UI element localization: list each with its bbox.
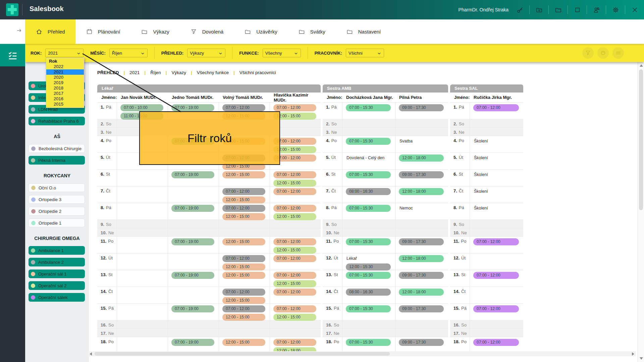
sidebar-item-operační-sál-2[interactable]: Operační sál 2: [29, 281, 85, 290]
shift-badge[interactable]: 12:00 - 15:00: [273, 213, 316, 220]
shift-badge[interactable]: 07:00 - 19:00: [171, 205, 214, 212]
shift-badge[interactable]: 07:00 - 12:00: [473, 272, 519, 279]
sidebar-item-ambulance-2[interactable]: Ambulance 2: [29, 258, 85, 266]
shift-badge[interactable]: 07:00 - 12:00: [273, 188, 316, 195]
tab-nastavení[interactable]: Nastavení: [336, 19, 391, 44]
shift-badge[interactable]: 12:00 - 15:30: [346, 263, 391, 270]
shift-badge[interactable]: 07:00 - 15:30: [346, 238, 391, 245]
shift-badge[interactable]: 09:00 - 17:30: [399, 171, 444, 178]
tab-svátky[interactable]: Svátky: [288, 19, 336, 44]
shift-badge[interactable]: 07:00 - 12:00: [273, 255, 316, 262]
dropdown-option-2019[interactable]: 2019: [46, 80, 84, 85]
sidebar-item-operační-sálek[interactable]: Operační sálek: [29, 293, 85, 302]
shift-badge[interactable]: 09:00 - 17:30: [399, 339, 444, 346]
shift-badge[interactable]: 07:00 - 19:00: [171, 238, 214, 245]
sidebar-item-ortopedie-1[interactable]: Ortopedie 1: [29, 219, 85, 227]
scroll-right-arrow-icon[interactable]: [632, 352, 634, 356]
topbar-button-folder-n[interactable]: N: [535, 6, 543, 14]
shift-badge[interactable]: 07:00 - 12:00: [222, 104, 265, 111]
dropdown-option-2022[interactable]: 2022: [46, 64, 84, 69]
shift-badge[interactable]: 07:00 - 12:00: [273, 272, 316, 279]
scroll-up-arrow-icon[interactable]: [640, 64, 643, 67]
shift-badge[interactable]: 07:00 - 15:30: [346, 171, 391, 178]
dropdown-option-2015[interactable]: 2015: [46, 102, 84, 107]
shift-badge[interactable]: 12:00 - 18:00: [399, 188, 444, 195]
shift-badge[interactable]: 07:00 - 19:00: [171, 339, 214, 346]
shift-badge[interactable]: 07:00 - 12:00: [473, 104, 519, 111]
shift-badge[interactable]: 08:00 - 16:30: [346, 289, 391, 296]
tab-dovolená[interactable]: Dovolená: [180, 19, 234, 44]
shift-badge[interactable]: 12:00 - 18:00: [399, 255, 444, 262]
sidebar-item-operační-sál-1[interactable]: Operační sál 1: [29, 269, 85, 278]
sidebar-item-pěkná-interna[interactable]: Pěkná Interna: [29, 156, 85, 165]
horizontal-scrollbar[interactable]: [88, 351, 636, 356]
shift-badge[interactable]: 07:00 - 19:00: [171, 272, 214, 279]
shift-badge[interactable]: 12:00 - 18:00: [399, 289, 444, 296]
filter-select[interactable]: Všichni: [346, 49, 384, 57]
shift-badge[interactable]: 12:00 - 18:00: [399, 155, 444, 162]
vertical-scrollbar[interactable]: [638, 62, 644, 362]
shift-badge[interactable]: 07:00 - 12:00: [222, 205, 265, 212]
shift-badge[interactable]: 12:00 - 15:00: [222, 314, 265, 321]
shift-badge[interactable]: 12:00 - 15:00: [222, 297, 265, 304]
dropdown-option-2017[interactable]: 2017: [46, 91, 84, 96]
shift-badge[interactable]: 07:00 - 19:00: [171, 171, 214, 178]
shift-badge[interactable]: 08:00 - 16:30: [346, 188, 391, 195]
shift-badge[interactable]: 09:00 - 17:30: [399, 272, 444, 279]
shift-badge[interactable]: 12:00 - 15:00: [273, 247, 316, 254]
topbar-button-folder[interactable]: [554, 6, 562, 14]
shift-badge[interactable]: 07:00 - 15:30: [346, 305, 391, 312]
topbar-button-key[interactable]: [516, 6, 524, 14]
shift-badge[interactable]: 12:00 - 15:00: [273, 314, 316, 321]
shift-badge[interactable]: 07:00 - 12:00: [473, 305, 519, 312]
filter-funnel-button[interactable]: [582, 47, 594, 59]
horizontal-scrollbar-thumb[interactable]: [95, 352, 390, 356]
scroll-down-arrow-icon[interactable]: [640, 357, 643, 360]
tab-uzávěrky[interactable]: Uzávěrky: [234, 19, 288, 44]
shift-badge[interactable]: 12:00 - 15:00: [273, 180, 316, 187]
shift-badge[interactable]: 07:00 - 12:00: [273, 339, 316, 346]
shift-badge[interactable]: 07:00 - 12:00: [273, 238, 316, 245]
shift-badge[interactable]: 12:00 - 15:00: [222, 272, 265, 279]
shift-badge[interactable]: 09:00 - 17:30: [399, 238, 444, 245]
filter-select[interactable]: Výkazy: [187, 49, 225, 57]
shift-badge[interactable]: 07:00 - 12:00: [473, 238, 519, 245]
sidebar-item-ortopedie-3[interactable]: Ortopedie 3: [29, 195, 85, 204]
shift-badge[interactable]: 09:00 - 17:30: [399, 104, 444, 111]
shift-badge[interactable]: 12:00 - 15:00: [222, 213, 265, 220]
shift-badge[interactable]: 07:00 - 12:00: [273, 104, 316, 111]
vertical-scrollbar-thumb[interactable]: [639, 69, 643, 210]
dropdown-option-2020[interactable]: 2020: [46, 75, 84, 80]
app-logo-cross-icon[interactable]: [6, 3, 18, 16]
dropdown-option-2021[interactable]: 2021: [46, 69, 84, 75]
topbar-button-square[interactable]: [573, 6, 581, 14]
shift-badge[interactable]: 07:00 - 12:00: [222, 188, 265, 195]
shift-badge[interactable]: 07:00 - 12:00: [273, 205, 316, 212]
dropdown-option-2016[interactable]: 2016: [46, 96, 84, 102]
topbar-button-close[interactable]: [631, 6, 639, 14]
filter-select[interactable]: Říjen: [109, 49, 148, 57]
menu-button[interactable]: [612, 47, 624, 59]
dropdown-option-2018[interactable]: 2018: [46, 85, 84, 91]
print-button[interactable]: [597, 47, 609, 59]
shift-badge[interactable]: 12:00 - 15:00: [222, 238, 265, 245]
shift-badge[interactable]: 12:00 - 15:00: [222, 196, 265, 203]
shift-badge[interactable]: 07:00 - 12:00: [273, 171, 316, 178]
shift-badge[interactable]: 07:00 - 15:30: [346, 339, 391, 346]
shift-badge[interactable]: 07:00 - 12:00: [273, 305, 316, 312]
shift-badge[interactable]: 07:00 - 12:00: [222, 305, 265, 312]
shift-badge[interactable]: 07:00 - 12:00: [273, 289, 316, 296]
shift-badge[interactable]: 07:00 - 15:30: [346, 104, 391, 111]
shift-badge[interactable]: 12:00 - 15:00: [273, 280, 316, 287]
shift-badge[interactable]: 07:00 - 19:00: [171, 104, 214, 111]
sidebar-item-ortopedie-2[interactable]: Ortopedie 2: [29, 207, 85, 216]
shift-badge[interactable]: 12:00 - 15:00: [222, 339, 265, 346]
scroll-left-arrow-icon[interactable]: [90, 352, 92, 356]
shift-badge[interactable]: 07:00 - 12:00: [222, 289, 265, 296]
shift-badge[interactable]: 09:00 - 17:30: [399, 305, 444, 312]
sidebar-item-bezbolestná-chirurgie[interactable]: Bezbolestná Chirurgie: [29, 144, 85, 153]
shift-badge[interactable]: 07:00 - 15:30: [346, 272, 391, 279]
shift-badge[interactable]: 07:00 - 12:00: [473, 339, 519, 346]
sidebar-item-oční-o.o[interactable]: Oční O.o: [29, 183, 85, 192]
arrow-right-icon[interactable]: [16, 27, 22, 34]
